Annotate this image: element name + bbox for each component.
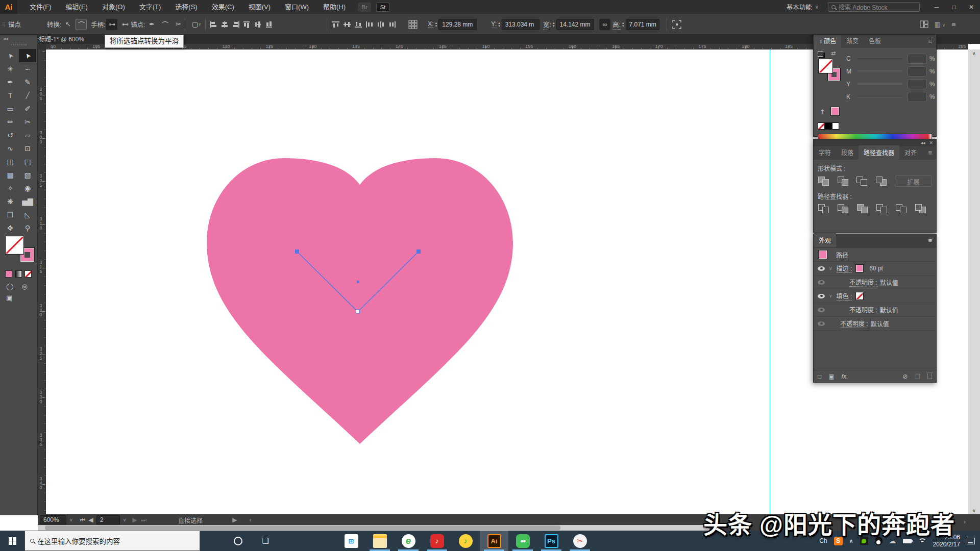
maximize-button[interactable]: □ [945, 0, 963, 14]
color-button[interactable] [5, 270, 12, 278]
artboard-number-field[interactable]: 2 [96, 515, 120, 524]
height-label[interactable]: 高: [612, 19, 621, 30]
trim-icon[interactable] [837, 204, 850, 214]
status-menu-icon[interactable]: ▶ [232, 516, 237, 523]
scroll-up-icon[interactable]: ∧ [968, 51, 980, 56]
workspace-switcher[interactable]: 基本功能 [787, 2, 812, 12]
channel-slider[interactable] [856, 58, 903, 59]
photoshop[interactable]: Ps [537, 531, 566, 551]
duplicate-item-icon[interactable]: ❐ [915, 373, 920, 380]
stroke-label[interactable]: 描边 : [837, 264, 852, 273]
artboard-tool[interactable]: ❐ [2, 208, 19, 221]
channel-value-field[interactable] [908, 66, 927, 77]
align-bottom-icon[interactable] [265, 21, 274, 28]
scroll-left-icon[interactable]: ‹ [250, 516, 252, 523]
opacity-label[interactable]: 不透明度 : [849, 278, 877, 287]
direction-handle-left[interactable] [295, 249, 299, 254]
task-view-button[interactable]: ❏ [255, 531, 276, 551]
previous-color-icon[interactable]: ↥ [820, 108, 825, 116]
pen-tool[interactable]: ✒ [2, 76, 19, 89]
hand-tool[interactable]: ✥ [2, 221, 19, 235]
first-artboard-icon[interactable]: ⏮ [80, 516, 86, 523]
clear-appearance-icon[interactable]: ⊘ [902, 373, 908, 380]
type-tool[interactable]: T [2, 89, 19, 102]
cortana-button[interactable] [228, 531, 248, 551]
distribute-vertical-center-icon[interactable] [343, 21, 351, 28]
channel-slider[interactable] [856, 70, 903, 72]
new-stroke-icon[interactable]: □ [818, 373, 821, 380]
opacity-label[interactable]: 不透明度 : [840, 319, 868, 328]
arrange-documents-icon[interactable] [920, 20, 928, 28]
minus-front-icon[interactable] [837, 176, 849, 186]
appearance-row-stroke[interactable]: ∨ 描边 : 60 pt [814, 262, 936, 276]
distribute-left-icon[interactable] [365, 21, 374, 28]
visibility-eye-icon[interactable] [818, 294, 825, 298]
next-artboard-icon[interactable]: ▶ [132, 516, 137, 523]
panel-fill-swatch[interactable] [819, 59, 832, 73]
width-tool[interactable]: ∿ [2, 142, 19, 155]
draw-behind-icon[interactable]: ◎ [22, 283, 28, 290]
scissors-tool[interactable]: ✂ [19, 115, 36, 129]
cut-path-icon[interactable]: ⌒ [159, 19, 170, 30]
connect-endpoints-icon[interactable]: ✒ [146, 19, 157, 30]
artboard-dropdown-icon[interactable]: ∨ [123, 517, 127, 522]
shape-builder-tool[interactable]: ◫ [2, 155, 19, 168]
menu-item[interactable]: 窗口(W) [278, 0, 316, 14]
menu-item[interactable]: 视图(V) [241, 0, 278, 14]
chevron-down-icon[interactable]: ∨ [829, 293, 832, 298]
minimize-button[interactable]: ─ [928, 0, 945, 14]
tab-appearance[interactable]: 外观 [814, 233, 836, 247]
fill-none-swatch[interactable] [856, 292, 863, 299]
convert-to-smooth-button[interactable]: ⌒ [76, 19, 87, 30]
rectangle-tool[interactable]: ▭ [2, 102, 19, 115]
start-button[interactable] [0, 531, 24, 551]
channel-slider[interactable] [856, 96, 903, 97]
default-swatches-icon[interactable] [818, 51, 823, 57]
none-button[interactable] [24, 270, 32, 278]
menu-item[interactable]: 效果(C) [205, 0, 241, 14]
merge-icon[interactable] [856, 204, 870, 214]
hide-handles-button[interactable]: ⊷ [119, 19, 131, 30]
panel-menu-icon[interactable]: ≡ [928, 37, 936, 48]
delete-item-icon[interactable] [927, 373, 932, 379]
distribute-bottom-icon[interactable] [354, 21, 362, 28]
wechat[interactable]: ●● [508, 531, 537, 551]
current-color-swatch[interactable] [831, 107, 839, 115]
netease-music[interactable]: ♪ [423, 531, 451, 551]
intersect-icon[interactable] [856, 176, 868, 186]
distribute-horizontal-center-icon[interactable] [377, 21, 385, 28]
width-stepper[interactable]: ▴▾ [553, 21, 555, 28]
channel-value-field[interactable] [908, 54, 927, 64]
selection-tool[interactable]: ➤ [2, 49, 19, 62]
taskbar-search-input[interactable]: 在这里输入你要搜索的内容 [24, 531, 200, 551]
column-graph-tool[interactable]: ▅▇ [19, 195, 36, 208]
tab-gradient[interactable]: 渐变 [841, 34, 864, 48]
zoom-dropdown-icon[interactable]: ∨ [69, 517, 73, 522]
bridge-button[interactable]: Br [358, 3, 371, 12]
tab-paragraph[interactable]: 段落 [836, 145, 859, 160]
stroke-swatch[interactable] [856, 265, 863, 272]
menu-item[interactable]: 文件(F) [22, 0, 59, 14]
appearance-row-path[interactable]: 路径 [814, 248, 936, 262]
visibility-eye-icon[interactable] [818, 308, 825, 312]
width-label[interactable]: 宽: [543, 19, 551, 30]
align-vertical-center-icon[interactable] [254, 21, 262, 28]
selection-handles[interactable] [286, 244, 429, 318]
document-layout-icon[interactable]: ▥ ∨ [935, 21, 945, 28]
menu-item[interactable]: 帮助(H) [316, 0, 353, 14]
x-stepper[interactable]: ▴▾ [435, 21, 437, 28]
tab-swatches[interactable]: 色板 [864, 34, 886, 48]
unite-icon[interactable] [818, 176, 830, 186]
crop-icon[interactable] [876, 204, 889, 214]
x-label[interactable]: X: [428, 20, 434, 28]
qq-music[interactable]: ♪ [451, 531, 480, 551]
channel-slider[interactable] [856, 83, 903, 85]
appearance-row-fill-opacity[interactable]: 不透明度 : 默认值 [814, 303, 936, 317]
x-field[interactable]: 129.28 mm [438, 19, 477, 30]
remove-anchor-icon[interactable]: ✂ [173, 19, 184, 30]
height-stepper[interactable]: ▴▾ [622, 21, 624, 28]
y-stepper[interactable]: ▴▾ [498, 21, 500, 28]
appearance-row-opacity[interactable]: 不透明度 : 默认值 [814, 317, 936, 331]
align-left-icon[interactable] [209, 21, 217, 28]
horizontal-scrollbar[interactable] [38, 525, 709, 531]
